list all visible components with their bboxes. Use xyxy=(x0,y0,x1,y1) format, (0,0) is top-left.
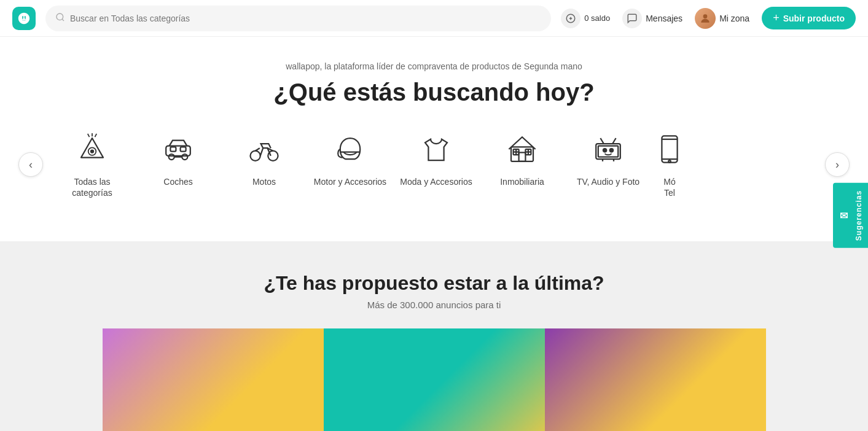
nav-right: 0 saldo Mensajes Mi zona + Subir product… xyxy=(561,7,856,29)
category-item-coches[interactable]: Coches xyxy=(135,125,221,204)
navbar: 0 saldo Mensajes Mi zona + Subir product… xyxy=(0,0,868,37)
helmet-icon xyxy=(332,131,369,168)
product-card-2[interactable] xyxy=(324,328,545,431)
car-icon xyxy=(160,131,197,168)
category-item-moda[interactable]: Moda y Accesorios xyxy=(393,125,479,204)
product-cards xyxy=(12,328,856,431)
category-label-todas: Todas las categorías xyxy=(55,176,129,198)
category-item-movil[interactable]: Mó Tel xyxy=(651,125,688,204)
search-icon xyxy=(55,12,65,25)
svg-line-1 xyxy=(62,19,64,21)
category-item-motos[interactable]: Motos xyxy=(221,125,307,204)
carousel-next-button[interactable]: › xyxy=(825,152,850,177)
shirt-icon xyxy=(418,131,455,168)
svg-point-33 xyxy=(603,149,606,152)
svg-line-7 xyxy=(88,134,90,137)
svg-rect-15 xyxy=(181,147,186,151)
search-bar[interactable] xyxy=(45,6,551,31)
category-label-moda: Moda y Accesorios xyxy=(400,176,472,187)
categories-carousel: ‹ Todas las categorías xyxy=(12,125,856,204)
svg-rect-20 xyxy=(519,152,526,161)
svg-point-34 xyxy=(610,149,613,152)
section-trending-title: ¿Te has propuesto estar a la última? xyxy=(12,272,856,295)
category-label-coches: Coches xyxy=(163,176,192,187)
mensajes-button[interactable]: Mensajes xyxy=(622,9,682,28)
svg-line-9 xyxy=(95,134,97,137)
wallapop-logo[interactable] xyxy=(12,7,36,30)
saldo-icon xyxy=(561,9,581,28)
category-item-todas[interactable]: Todas las categorías xyxy=(49,125,135,204)
category-label-motos: Motos xyxy=(252,176,276,187)
svg-point-16 xyxy=(251,151,260,161)
mensajes-label: Mensajes xyxy=(646,14,682,23)
mizona-button[interactable]: Mi zona xyxy=(695,8,749,29)
category-item-tv[interactable]: TV, Audio y Foto xyxy=(565,125,651,204)
search-input[interactable] xyxy=(70,14,541,23)
hero-section: wallapop, la plataforma líder de comprav… xyxy=(0,37,868,241)
category-item-inmobiliaria[interactable]: Inmobiliaria xyxy=(479,125,565,204)
svg-point-0 xyxy=(57,14,63,20)
hero-tagline: wallapop, la plataforma líder de comprav… xyxy=(12,61,856,71)
saldo-button[interactable]: 0 saldo xyxy=(561,9,610,28)
svg-point-12 xyxy=(182,154,187,160)
suggestions-tab[interactable]: Sugerencias ✉ xyxy=(833,183,868,248)
moto-icon xyxy=(246,131,283,168)
category-label-motor: Motor y Accesorios xyxy=(314,176,386,187)
plus-icon: + xyxy=(773,12,780,25)
house-icon xyxy=(504,131,541,168)
phone-icon xyxy=(651,131,688,168)
saldo-label: 0 saldo xyxy=(584,14,610,23)
all-categories-icon xyxy=(74,131,111,168)
product-card-1[interactable] xyxy=(103,328,324,431)
section-trending-sub: Más de 300.000 anuncios para ti xyxy=(12,300,856,310)
suggestions-label: Sugerencias xyxy=(854,190,863,241)
tv-icon xyxy=(590,131,627,168)
mizona-label: Mi zona xyxy=(719,14,749,23)
svg-point-3 xyxy=(703,14,708,18)
categories-row: Todas las categorías Coches xyxy=(49,125,819,204)
svg-point-6 xyxy=(91,150,94,153)
category-label-tv: TV, Audio y Foto xyxy=(577,176,639,187)
svg-line-30 xyxy=(612,138,616,144)
svg-line-29 xyxy=(600,138,603,144)
mensajes-icon xyxy=(622,9,642,28)
avatar xyxy=(695,8,716,29)
upload-label: Subir producto xyxy=(783,14,845,23)
envelope-icon: ✉ xyxy=(838,210,850,222)
svg-rect-14 xyxy=(170,147,176,151)
svg-point-11 xyxy=(169,154,174,160)
svg-point-38 xyxy=(668,160,671,163)
product-card-3[interactable] xyxy=(545,328,766,431)
carousel-prev-button[interactable]: ‹ xyxy=(18,152,43,177)
hero-title: ¿Qué estás buscando hoy? xyxy=(12,79,856,106)
category-label-movil: Mó Tel xyxy=(657,176,682,198)
upload-button[interactable]: + Subir producto xyxy=(762,7,856,29)
category-label-inmobiliaria: Inmobiliaria xyxy=(500,176,544,187)
category-item-motor[interactable]: Motor y Accesorios xyxy=(307,125,393,204)
section-trending: ¿Te has propuesto estar a la última? Más… xyxy=(0,241,868,431)
